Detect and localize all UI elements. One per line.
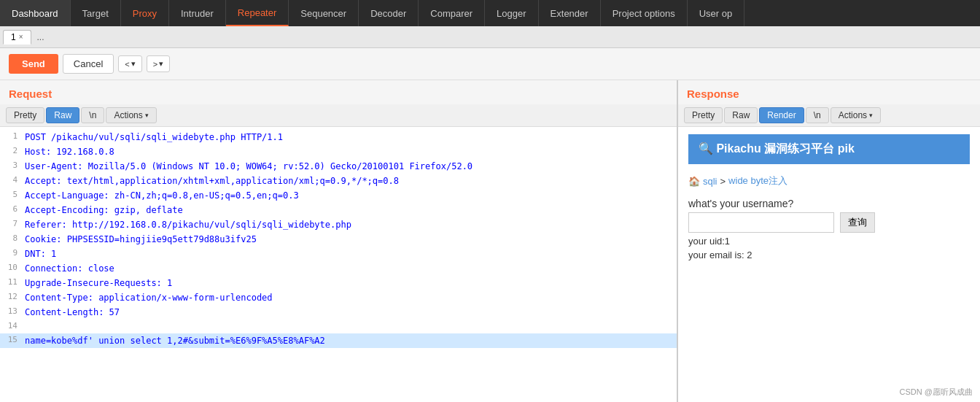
result-email: your email is: 2 bbox=[688, 250, 970, 260]
response-actions-label: Actions bbox=[839, 110, 867, 120]
nav-dashboard[interactable]: Dashboard bbox=[0, 0, 71, 26]
line-content: Connection: close bbox=[25, 262, 674, 275]
request-line-11: 11Upgrade-Insecure-Requests: 1 bbox=[0, 276, 677, 290]
tab-1[interactable]: 1 × bbox=[3, 30, 31, 45]
line-number: 12 bbox=[3, 291, 18, 304]
nav-user-options[interactable]: User op bbox=[688, 0, 745, 26]
request-title: Request bbox=[0, 80, 677, 104]
tabs-row: 1 × ... bbox=[0, 26, 980, 48]
nav-proxy[interactable]: Proxy bbox=[121, 0, 169, 26]
response-actions-btn[interactable]: Actions ▾ bbox=[831, 107, 881, 123]
form-label: what's your username? bbox=[688, 198, 970, 209]
line-number: 10 bbox=[3, 262, 18, 274]
response-subtoolbar: Pretty Raw Render \n Actions ▾ bbox=[678, 104, 980, 127]
top-nav: Dashboard Target Proxy Intruder Repeater… bbox=[0, 0, 980, 26]
tab-1-close[interactable]: × bbox=[19, 33, 23, 41]
request-line-9: 9DNT: 1 bbox=[0, 247, 677, 261]
nav-project-options[interactable]: Project options bbox=[601, 0, 688, 26]
line-content: Referer: http://192.168.0.8/pikachu/vul/… bbox=[25, 218, 674, 231]
main-content: Request Pretty Raw \n Actions ▾ 1POST /p… bbox=[0, 80, 980, 402]
nav-target[interactable]: Target bbox=[71, 0, 121, 26]
line-content: name=kobe%df' union select 1,2#&submit=%… bbox=[25, 334, 674, 347]
nav-decoder[interactable]: Decoder bbox=[359, 0, 419, 26]
toolbar: Send Cancel < ▾ > ▾ bbox=[0, 48, 980, 80]
request-panel: Request Pretty Raw \n Actions ▾ 1POST /p… bbox=[0, 80, 678, 402]
response-title: Response bbox=[678, 80, 980, 104]
response-pretty-btn[interactable]: Pretty bbox=[684, 107, 723, 123]
line-number: 7 bbox=[3, 218, 18, 231]
line-number: 6 bbox=[3, 204, 18, 216]
line-number: 9 bbox=[3, 247, 18, 260]
request-actions-btn[interactable]: Actions ▾ bbox=[106, 107, 156, 123]
nav-intruder[interactable]: Intruder bbox=[169, 0, 226, 26]
nav-prev-button[interactable]: < ▾ bbox=[118, 55, 141, 72]
line-number: 8 bbox=[3, 233, 18, 245]
line-number: 13 bbox=[3, 306, 18, 318]
chevron-right-icon: > bbox=[153, 60, 158, 69]
line-content: Cookie: PHPSESSID=hingjiie9q5ett79d88u3i… bbox=[25, 233, 674, 246]
nav-logger[interactable]: Logger bbox=[485, 0, 538, 26]
response-render-btn[interactable]: Render bbox=[759, 107, 804, 123]
response-panel: Response Pretty Raw Render \n Actions ▾ … bbox=[678, 80, 980, 402]
breadcrumb: 🏠 sqli > wide byte注入 bbox=[688, 170, 970, 192]
username-input[interactable] bbox=[688, 212, 834, 233]
line-number: 2 bbox=[3, 145, 18, 158]
line-content: Content-Type: application/x-www-form-url… bbox=[25, 291, 674, 304]
breadcrumb-widebyte[interactable]: wide byte注入 bbox=[728, 174, 788, 188]
tab-dots[interactable]: ... bbox=[33, 31, 49, 44]
request-line-13: 13Content-Length: 57 bbox=[0, 305, 677, 320]
request-line-6: 6Accept-Encoding: gzip, deflate bbox=[0, 203, 677, 217]
tab-1-label: 1 bbox=[11, 32, 16, 42]
response-n-btn[interactable]: \n bbox=[806, 107, 829, 123]
result-uid: your uid:1 bbox=[688, 236, 970, 247]
breadcrumb-sqli[interactable]: sqli bbox=[703, 176, 718, 187]
line-number: 15 bbox=[3, 334, 18, 347]
nav-comparer[interactable]: Comparer bbox=[419, 0, 485, 26]
nav-sequencer[interactable]: Sequencer bbox=[289, 0, 359, 26]
home-icon: 🏠 bbox=[688, 176, 700, 187]
request-line-15: 15name=kobe%df' union select 1,2#&submit… bbox=[0, 333, 677, 348]
line-content: Accept-Language: zh-CN,zh;q=0.8,en-US;q=… bbox=[25, 189, 674, 202]
response-raw-btn[interactable]: Raw bbox=[724, 107, 758, 123]
request-actions-label: Actions bbox=[114, 110, 142, 120]
request-line-2: 2Host: 192.168.0.8 bbox=[0, 144, 677, 159]
query-button[interactable]: 查询 bbox=[840, 212, 875, 233]
request-line-12: 12Content-Type: application/x-www-form-u… bbox=[0, 290, 677, 305]
nav-extender[interactable]: Extender bbox=[539, 0, 601, 26]
line-number: 11 bbox=[3, 277, 18, 289]
chevron-down-icon: ▾ bbox=[131, 59, 136, 69]
request-pretty-btn[interactable]: Pretty bbox=[6, 107, 44, 123]
line-content: Accept: text/html,application/xhtml+xml,… bbox=[25, 174, 674, 188]
actions-chevron-icon: ▾ bbox=[145, 112, 149, 119]
line-content: User-Agent: Mozilla/5.0 (Windows NT 10.0… bbox=[25, 160, 674, 173]
request-n-btn[interactable]: \n bbox=[81, 107, 104, 123]
line-number: 4 bbox=[3, 174, 18, 187]
watermark: CSDN @愿听风成曲 bbox=[900, 387, 973, 398]
request-line-10: 10Connection: close bbox=[0, 261, 677, 276]
request-line-1: 1POST /pikachu/vul/sqli/sqli_widebyte.ph… bbox=[0, 130, 677, 144]
render-content: 🔍 Pikachu 漏洞练习平台 pik 🏠 sqli > wide byte注… bbox=[678, 127, 980, 402]
line-number: 1 bbox=[3, 131, 18, 143]
send-button[interactable]: Send bbox=[9, 54, 58, 74]
chevron-left-icon: < bbox=[125, 60, 129, 69]
response-actions-chevron-icon: ▾ bbox=[869, 112, 873, 119]
line-content: Content-Length: 57 bbox=[25, 306, 674, 319]
request-line-4: 4Accept: text/html,application/xhtml+xml… bbox=[0, 174, 677, 188]
nav-repeater[interactable]: Repeater bbox=[226, 0, 289, 26]
nav-next-button[interactable]: > ▾ bbox=[147, 55, 170, 72]
form-row: 查询 bbox=[688, 212, 970, 233]
request-raw-btn[interactable]: Raw bbox=[46, 107, 79, 123]
chevron-down-icon-2: ▾ bbox=[159, 59, 163, 69]
line-number: 5 bbox=[3, 189, 18, 201]
request-code-area[interactable]: 1POST /pikachu/vul/sqli/sqli_widebyte.ph… bbox=[0, 127, 677, 402]
breadcrumb-sep: > bbox=[720, 176, 726, 187]
line-content: Accept-Encoding: gzip, deflate bbox=[25, 204, 674, 217]
request-line-7: 7Referer: http://192.168.0.8/pikachu/vul… bbox=[0, 217, 677, 232]
request-subtoolbar: Pretty Raw \n Actions ▾ bbox=[0, 104, 677, 127]
line-content: POST /pikachu/vul/sqli/sqli_widebyte.php… bbox=[25, 131, 674, 144]
request-line-14: 14 bbox=[0, 320, 677, 333]
request-line-3: 3User-Agent: Mozilla/5.0 (Windows NT 10.… bbox=[0, 159, 677, 174]
line-content: Upgrade-Insecure-Requests: 1 bbox=[25, 277, 674, 290]
line-content: Host: 192.168.0.8 bbox=[25, 145, 674, 158]
cancel-button[interactable]: Cancel bbox=[63, 54, 114, 74]
